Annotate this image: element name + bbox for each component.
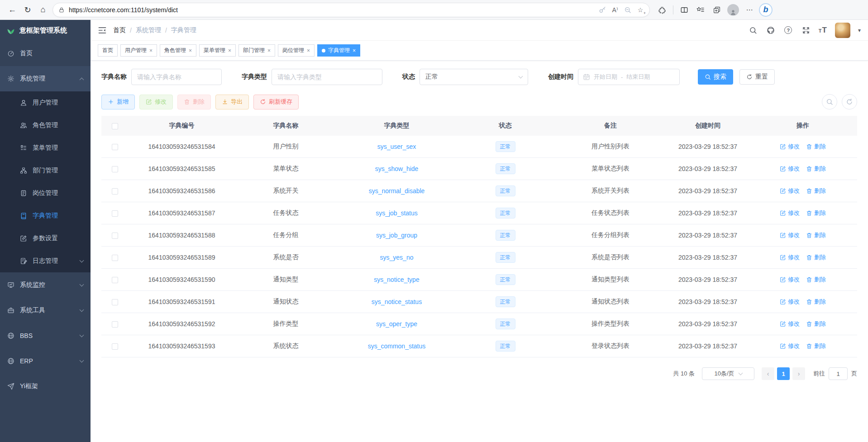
tab-dict-mgmt[interactable]: 字典管理× [317,44,360,57]
key-icon[interactable] [596,4,609,16]
read-aloud-icon[interactable]: A⁾ [609,4,621,16]
help-icon[interactable]: ? [783,25,793,35]
sidebar-item-home[interactable]: 首页 [0,41,91,66]
dict-type-link[interactable]: sys_notice_status [372,298,422,305]
row-edit-button[interactable]: 修改 [780,276,800,284]
row-delete-button[interactable]: 删除 [806,187,826,195]
row-checkbox[interactable] [112,188,118,195]
fullscreen-icon[interactable] [801,25,811,35]
sidebar-item-post-mgmt[interactable]: 岗位管理 [0,182,91,204]
row-delete-button[interactable]: 删除 [806,342,826,350]
dict-type-link[interactable]: sys_normal_disable [369,187,425,195]
status-select[interactable]: 正常 [420,69,528,85]
breadcrumb-home[interactable]: 首页 [113,26,126,34]
row-checkbox[interactable] [112,321,118,328]
extensions-icon[interactable] [655,3,669,17]
row-checkbox[interactable] [112,233,118,239]
row-edit-button[interactable]: 修改 [780,165,800,173]
dict-type-link[interactable]: sys_show_hide [375,165,419,172]
sidebar-item-bbs[interactable]: BBS [0,323,91,348]
sidebar-item-dept-mgmt[interactable]: 部门管理 [0,159,91,182]
url-text[interactable]: https://ccnetcore.com:1101/system/dict [69,6,596,14]
export-button[interactable]: 导出 [215,95,249,109]
toggle-search-button[interactable] [822,94,837,109]
tab-close-icon[interactable]: × [353,48,356,54]
row-edit-button[interactable]: 修改 [780,187,800,195]
add-button[interactable]: 新增 [101,95,135,109]
zoom-out-icon[interactable] [621,4,634,16]
row-delete-button[interactable]: 删除 [806,253,826,261]
add-favorite-icon[interactable]: ☆+ [634,4,647,16]
dict-type-link[interactable]: sys_job_status [376,209,418,217]
sidebar-item-param-settings[interactable]: 参数设置 [0,227,91,250]
next-page-button[interactable]: › [792,367,805,380]
row-delete-button[interactable]: 删除 [806,143,826,151]
row-checkbox[interactable] [112,255,118,261]
browser-profile-icon[interactable] [726,3,740,17]
select-all-checkbox[interactable] [112,123,118,129]
browser-home-button[interactable]: ⌂ [35,2,51,18]
sidebar-item-menu-mgmt[interactable]: 菜单管理 [0,137,91,159]
favorites-hub-icon[interactable] [694,3,707,17]
bing-chat-icon[interactable]: b [759,3,773,17]
collections-icon[interactable] [710,3,724,17]
sidebar-item-yi-framework[interactable]: Yi框架 [0,374,91,399]
tab-dept-mgmt[interactable]: 部门管理× [238,44,275,57]
dict-type-link[interactable]: sys_job_group [376,232,417,239]
tab-user-mgmt[interactable]: 用户管理× [120,44,157,57]
dict-type-link[interactable]: sys_oper_type [376,320,417,328]
dict-type-input[interactable] [272,69,382,85]
row-delete-button[interactable]: 删除 [806,276,826,284]
sidebar-item-system-tools[interactable]: 系统工具 [0,298,91,323]
row-delete-button[interactable]: 删除 [806,231,826,239]
tab-close-icon[interactable]: × [307,48,310,54]
refresh-table-button[interactable] [842,94,857,109]
tab-menu-mgmt[interactable]: 菜单管理× [199,44,236,57]
dict-type-link[interactable]: sys_user_sex [377,143,416,150]
avatar-caret-down-icon[interactable]: ▾ [858,27,861,33]
sidebar-collapse-icon[interactable] [98,26,107,35]
tab-role-mgmt[interactable]: 角色管理× [160,44,196,57]
row-checkbox[interactable] [112,277,118,283]
tab-post-mgmt[interactable]: 岗位管理× [278,44,315,57]
github-icon[interactable] [766,25,776,35]
row-delete-button[interactable]: 删除 [806,209,826,217]
page-size-select[interactable]: 10条/页 [702,367,754,380]
date-range-picker[interactable]: 开始日期 - 结束日期 [578,69,680,85]
row-edit-button[interactable]: 修改 [780,320,800,328]
dict-type-link[interactable]: sys_common_status [368,342,426,350]
row-delete-button[interactable]: 删除 [806,298,826,306]
row-delete-button[interactable]: 删除 [806,320,826,328]
browser-reload-button[interactable]: ↻ [20,2,35,18]
row-checkbox[interactable] [112,144,118,150]
row-edit-button[interactable]: 修改 [780,342,800,350]
sidebar-item-role-mgmt[interactable]: 角色管理 [0,114,91,137]
browser-address-bar[interactable]: https://ccnetcore.com:1101/system/dict A… [52,3,650,17]
tab-close-icon[interactable]: × [149,48,153,54]
browser-back-button[interactable]: ← [5,2,20,18]
text-size-icon[interactable]: TT [819,26,827,35]
row-edit-button[interactable]: 修改 [780,231,800,239]
row-checkbox[interactable] [112,166,118,172]
row-checkbox[interactable] [112,210,118,217]
tab-close-icon[interactable]: × [228,48,231,54]
sidebar-item-erp[interactable]: ERP [0,348,91,374]
breadcrumb-system[interactable]: 系统管理 [136,26,161,34]
tab-close-icon[interactable]: × [267,48,271,54]
dict-type-link[interactable]: sys_notice_type [374,276,419,283]
row-checkbox[interactable] [112,343,118,350]
goto-page-input[interactable] [829,367,848,380]
row-edit-button[interactable]: 修改 [780,253,800,261]
dict-type-link[interactable]: sys_yes_no [380,254,414,261]
split-screen-icon[interactable] [677,3,691,17]
prev-page-button[interactable]: ‹ [762,367,774,380]
edit-button[interactable]: 修改 [139,95,173,109]
row-edit-button[interactable]: 修改 [780,143,800,151]
sidebar-item-system-mgmt[interactable]: 系统管理 [0,66,91,91]
delete-button[interactable]: 删除 [177,95,211,109]
header-search-icon[interactable] [748,25,758,35]
row-checkbox[interactable] [112,299,118,305]
dict-name-input[interactable] [131,69,222,85]
tab-home[interactable]: 首页 [98,44,118,57]
search-button[interactable]: 搜索 [698,69,733,85]
